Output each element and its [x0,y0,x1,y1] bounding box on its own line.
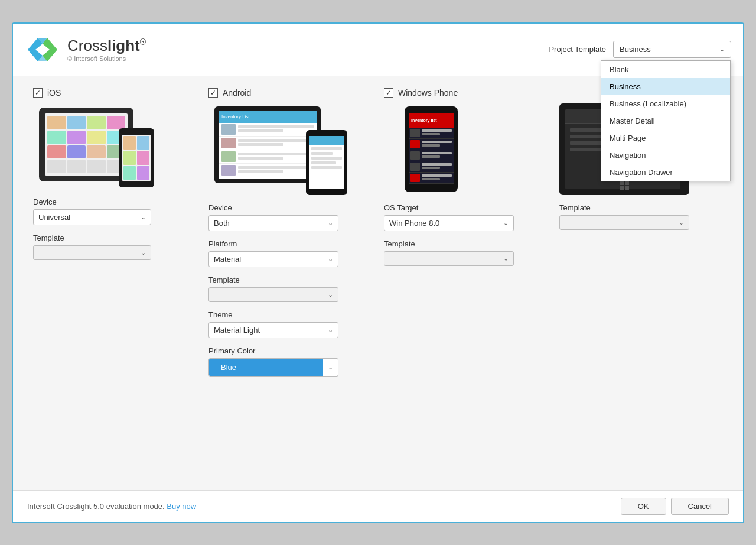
app-subtitle: © Intersoft Solutions [67,55,146,62]
ios-header: ✓ iOS [33,88,197,98]
ios-phone [119,128,154,187]
eval-text: Intersoft Crosslight 5.0 evaluation mode… [27,502,165,511]
template-option-master-detail[interactable]: Master Detail [601,112,730,129]
android-platform-name: Android [223,88,251,98]
fourth-template-arrow: ⌄ [679,219,684,226]
android-platform-select[interactable]: Material ⌄ [208,251,338,267]
android-theme-group: Theme Material Light ⌄ [208,310,372,338]
svg-marker-1 [43,38,57,61]
template-dropdown-menu: Blank Business Business (Localizable) Ma… [601,60,731,181]
color-dropdown-arrow: ⌄ [323,359,338,375]
footer-buttons: OK Cancel [621,498,729,515]
ok-button[interactable]: OK [621,498,666,515]
android-platform-group: Platform Material ⌄ [208,239,372,267]
selected-template-value: Business [620,45,651,54]
dropdown-arrow-icon: ⌄ [719,46,725,53]
ios-phone-screen [122,135,151,181]
android-theme-value: Material Light [214,326,260,335]
buy-now-link[interactable]: Buy now [167,502,196,511]
android-device-label: Device [208,203,372,212]
wp-os-target-label: OS Target [384,203,548,212]
template-option-blank[interactable]: Blank [601,61,730,78]
android-mockup: Inventory List [211,103,347,195]
android-platform-value: Material [214,255,241,264]
ios-tablet-screen [45,113,128,176]
wp-os-target-value: Win Phone 8.0 [389,219,439,228]
project-template-dropdown[interactable]: Business ⌄ Blank Business Business (Loca… [613,41,731,58]
android-tablet: Inventory List [214,106,321,183]
wp-template-label: Template [384,239,548,248]
ios-template-label: Template [33,233,197,242]
ios-mockup [33,103,157,189]
wp-template-group: Template ⌄ [384,239,548,266]
wp-template-select: ⌄ [384,251,514,266]
wp-mockup: inventory list [396,103,467,195]
ios-template-select: ⌄ [33,245,151,260]
wp-os-target-arrow: ⌄ [503,219,509,227]
android-template-group: Template ⌄ [208,275,372,302]
wp-platform-name: Windows Phone [398,88,458,98]
template-option-navigation[interactable]: Navigation [601,147,730,164]
footer: Intersoft Crosslight 5.0 evaluation mode… [13,490,743,522]
android-column: ✓ Android Inventory List [203,88,378,385]
svg-marker-0 [28,38,43,61]
android-device-arrow: ⌄ [328,219,333,227]
ios-device-group: Device Universal ⌄ [33,197,197,225]
header: Crosslight® © Intersoft Solutions Projec… [13,24,743,76]
ios-device-label: Device [33,197,197,206]
android-device-group: Device Both ⌄ [208,203,372,231]
android-color-label: Primary Color [208,346,372,355]
android-checkbox[interactable]: ✓ [208,88,218,98]
ios-device-image [33,103,157,189]
android-theme-arrow: ⌄ [328,326,333,334]
ios-platform-name: iOS [47,88,61,98]
app-name: Crosslight® [67,37,146,55]
wp-phone-screen: inventory list [409,113,454,184]
android-tablet-screen: Inventory List [219,111,317,179]
android-platform-arrow: ⌄ [328,255,333,263]
footer-text: Intersoft Crosslight 5.0 evaluation mode… [27,502,196,511]
template-option-multi-page[interactable]: Multi Page [601,129,730,147]
fourth-template-label: Template [559,203,723,212]
main-window: Crosslight® © Intersoft Solutions Projec… [12,22,744,523]
ios-column: ✓ iOS [27,88,203,385]
android-header: ✓ Android [208,88,372,98]
wp-device-image: inventory list [384,103,478,195]
android-device-value: Both [214,219,230,228]
ios-checkbox[interactable]: ✓ [33,88,43,98]
wp-checkbox[interactable]: ✓ [384,88,393,98]
logo-text: Crosslight® © Intersoft Solutions [67,37,146,62]
windows-phone-column: ✓ Windows Phone inventory list [378,88,553,385]
ios-template-arrow: ⌄ [141,249,146,257]
android-template-arrow: ⌄ [328,291,333,299]
android-template-label: Template [208,275,372,284]
logo-area: Crosslight® © Intersoft Solutions [25,32,146,67]
android-color-group: Primary Color Blue ⌄ [208,346,372,377]
android-template-select: ⌄ [208,287,338,302]
project-template-area: Project Template Business ⌄ Blank Busine… [549,41,731,58]
template-option-business-localizable[interactable]: Business (Localizable) [601,95,730,112]
wp-os-target-select[interactable]: Win Phone 8.0 ⌄ [384,215,514,231]
fourth-template-select: ⌄ [559,215,689,230]
ios-device-value: Universal [38,213,70,222]
android-color-select[interactable]: Blue ⌄ [208,358,338,377]
ios-device-arrow: ⌄ [141,213,146,221]
android-device-select[interactable]: Both ⌄ [208,215,338,231]
wp-header: ✓ Windows Phone [384,88,548,98]
android-theme-label: Theme [208,310,372,319]
android-phone-screen [309,136,344,189]
fourth-template-group: Template ⌄ [559,203,723,230]
android-theme-select[interactable]: Material Light ⌄ [208,322,338,338]
project-template-label: Project Template [549,45,606,54]
cancel-button[interactable]: Cancel [671,498,729,515]
android-color-preview: Blue [209,359,323,376]
ios-template-group: Template ⌄ [33,233,197,260]
template-option-navigation-drawer[interactable]: Navigation Drawer [601,164,730,181]
android-phone [306,130,347,195]
android-platform-label: Platform [208,239,372,248]
android-device-image: Inventory List [208,103,350,195]
wp-phone: inventory list [405,106,458,192]
wp-template-arrow: ⌄ [503,255,509,262]
ios-device-select[interactable]: Universal ⌄ [33,209,151,225]
template-option-business[interactable]: Business [601,78,730,95]
